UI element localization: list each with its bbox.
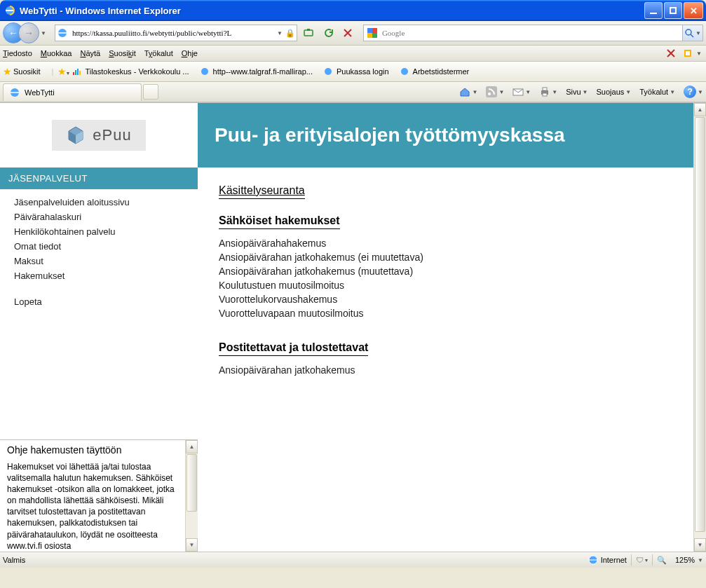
menu-extra-2[interactable] — [681, 46, 695, 60]
zoom-icon[interactable]: 🔍 — [657, 556, 667, 565]
address-bar[interactable]: ▼ 🔒 — [55, 25, 297, 41]
svg-point-8 — [686, 29, 691, 35]
svg-point-17 — [401, 68, 408, 75]
sidebar-item-4[interactable]: Maksut — [14, 254, 198, 268]
scroll-up-button[interactable]: ▲ — [694, 103, 706, 116]
menu-favorites[interactable]: Suosikit — [109, 49, 136, 57]
window-maximize-button[interactable] — [664, 2, 682, 19]
help-text: Hakemukset voi lähettää ja/tai tulostaa … — [7, 461, 179, 552]
favorites-add-icon[interactable]: ★▾ — [57, 66, 69, 77]
menu-view[interactable]: Näytä — [80, 49, 100, 57]
cmd-page[interactable]: Sivu▼ — [566, 88, 588, 96]
nav-history-dropdown[interactable]: ▼ — [41, 30, 46, 36]
window-minimize-button[interactable] — [644, 2, 663, 19]
lock-icon[interactable]: 🔒 — [285, 29, 295, 38]
forward-button[interactable]: → — [18, 22, 39, 43]
menu-edit[interactable]: Muokkaa — [41, 49, 72, 57]
svg-rect-12 — [75, 70, 76, 75]
menu-file[interactable]: TTiedostoiedosto — [3, 49, 32, 57]
help-scrollbar[interactable]: ▲ ▼ — [185, 440, 198, 552]
svg-rect-4 — [367, 28, 372, 33]
window-close-button[interactable] — [684, 2, 703, 19]
sidebar-item-1[interactable]: Päivärahalaskuri — [14, 210, 198, 224]
svg-rect-6 — [367, 33, 372, 38]
compat-view-button[interactable] — [300, 25, 317, 41]
sidebar-item-3[interactable]: Omat tiedot — [14, 239, 198, 254]
sidebar-nav-header: JÄSENPALVELUT — [0, 167, 198, 189]
page-header: Puu- ja erityisalojen työttömyyskassa — [198, 103, 706, 167]
window-titlebar: WebTytti - Windows Internet Explorer — [0, 0, 706, 21]
viewport-scrollbar[interactable]: ▲ ▼ — [693, 103, 706, 552]
favorites-label[interactable]: Suosikit — [13, 67, 41, 76]
scroll-down-button[interactable]: ▼ — [694, 538, 706, 552]
page-favicon-icon — [57, 27, 68, 39]
address-dropdown-icon[interactable]: ▼ — [277, 30, 283, 36]
menu-bar: TTiedostoiedosto Muokkaa Näytä Suosikit … — [0, 46, 706, 62]
cmd-feeds[interactable]: ▼ — [486, 86, 504, 97]
address-input[interactable] — [71, 28, 274, 38]
tab-favicon-icon — [9, 87, 20, 98]
stop-button[interactable] — [339, 25, 356, 41]
protected-mode-icon[interactable]: 🛡︎ — [636, 556, 644, 564]
scroll-thumb[interactable] — [695, 117, 705, 532]
section1-link-5[interactable]: Vuorotteluvapaan muutosilmoitus — [219, 306, 685, 320]
fav-item-3[interactable]: Arbetstidstermer — [399, 66, 470, 77]
menu-extra-1[interactable] — [664, 46, 678, 60]
section2-link-0[interactable]: Ansiopäivärahan jatkohakemus — [219, 363, 685, 377]
new-tab-button[interactable] — [143, 84, 158, 100]
menu-tools[interactable]: Työkalut — [144, 49, 173, 57]
scroll-down-button[interactable]: ▼ — [186, 538, 198, 552]
globe-icon — [588, 555, 598, 565]
sidebar-item-logout[interactable]: Lopeta — [14, 294, 198, 309]
cmd-mail[interactable]: ▼ — [512, 86, 531, 97]
section1-link-0[interactable]: Ansiopäivärahahakemus — [219, 236, 685, 250]
sidebar-help-panel: Ohje hakemusten täyttöön Hakemukset voi … — [0, 439, 198, 552]
section2-links: Ansiopäivärahan jatkohakemus — [219, 363, 685, 377]
svg-rect-19 — [486, 86, 497, 97]
fav-item-0[interactable]: Tilastokeskus - Verkkokoulu ... — [71, 66, 189, 77]
zoom-level[interactable]: 125% — [675, 556, 695, 564]
cmd-safety[interactable]: Suojaus▼ — [597, 88, 632, 96]
favorites-star-icon[interactable]: ★ — [3, 66, 12, 77]
ie-favicon-icon — [399, 66, 410, 77]
cmd-print[interactable]: ▼ — [539, 86, 557, 97]
page-main: Puu- ja erityisalojen työttömyyskassa Kä… — [198, 103, 706, 552]
section1-link-4[interactable]: Vuorottelukorvaushakemus — [219, 292, 685, 306]
tab-title: WebTytti — [25, 88, 55, 97]
search-box[interactable]: ▼ — [363, 25, 703, 41]
scroll-thumb[interactable] — [186, 454, 197, 512]
fav-item-2[interactable]: Puukassa login — [323, 66, 389, 77]
cmd-home[interactable]: ▼ — [459, 86, 477, 97]
favorites-bar: ★ Suosikit | ★▾ Tilastokeskus - Verkkoko… — [0, 62, 706, 82]
page-header-title: Puu- ja erityisalojen työttömyyskassa — [215, 124, 565, 146]
svg-rect-10 — [686, 51, 690, 55]
scroll-up-button[interactable]: ▲ — [186, 440, 198, 453]
tab-active[interactable]: WebTytti — [3, 83, 142, 101]
search-input[interactable] — [381, 28, 682, 38]
menu-help[interactable]: Ohje — [182, 49, 198, 57]
section1-link-3[interactable]: Koulutustuen muutosilmoitus — [219, 278, 685, 292]
svg-point-15 — [201, 68, 208, 75]
svg-rect-7 — [372, 33, 377, 38]
cmd-tools[interactable]: Työkalut▼ — [639, 88, 675, 96]
epuu-logo-icon — [66, 125, 86, 145]
search-button[interactable]: ▼ — [682, 25, 702, 41]
ie-favicon-icon — [199, 66, 210, 77]
refresh-button[interactable] — [320, 25, 337, 41]
svg-rect-3 — [307, 29, 310, 31]
fav-item-1[interactable]: http--www.talgraf.fi-mallirap... — [199, 66, 313, 77]
svg-rect-23 — [543, 88, 547, 90]
sidebar-item-0[interactable]: Jäsenpalveluiden aloitussivu — [14, 195, 198, 210]
svg-rect-11 — [73, 72, 74, 75]
sidebar-item-2[interactable]: Henkilökohtainen palvelu — [14, 224, 198, 239]
sidebar-item-5[interactable]: Hakemukset — [14, 268, 198, 283]
cmd-help[interactable]: ?▼ — [684, 86, 703, 98]
section1-link-2[interactable]: Ansiopäivärahan jatkohakemus (muutettava… — [219, 264, 685, 278]
google-icon — [367, 27, 378, 39]
section1-link-1[interactable]: Ansiopäivärahan jatkohakemus (ei muutett… — [219, 250, 685, 264]
svg-point-20 — [488, 93, 491, 95]
navigation-toolbar: ← → ▼ ▼ 🔒 ▼ — [0, 21, 706, 46]
security-zone[interactable]: Internet — [601, 556, 627, 564]
help-title: Ohje hakemusten täyttöön — [7, 444, 179, 456]
svg-rect-13 — [77, 69, 79, 75]
